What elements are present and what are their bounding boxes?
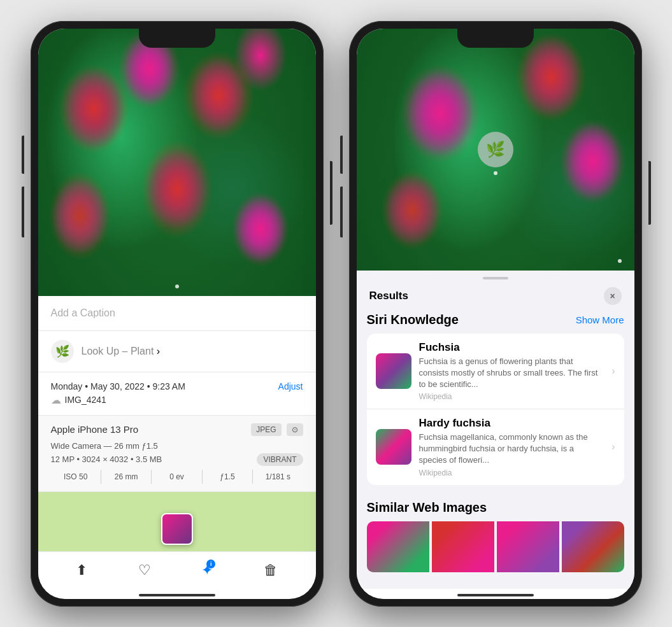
- camera-header: Apple iPhone 13 Pro JPEG ⊙: [51, 423, 303, 436]
- info-icon[interactable]: ✦ i: [201, 562, 213, 579]
- web-images-section: Similar Web Images: [357, 493, 634, 582]
- phone-1: Add a Caption 🌿 Look Up – Plant › Monday…: [31, 21, 324, 607]
- visual-lookup-icon: 🌿: [51, 340, 74, 363]
- volume-button[interactable]: [22, 187, 24, 237]
- share-icon[interactable]: ⬆: [76, 562, 87, 579]
- main-photo-2[interactable]: 🌿: [357, 29, 634, 271]
- siri-item-fuchsia[interactable]: Fuchsia Fuchsia is a genus of flowering …: [367, 334, 624, 410]
- power-button-2[interactable]: [648, 161, 651, 225]
- map-section[interactable]: [38, 492, 316, 551]
- fuchsia-title: Fuchsia: [419, 341, 604, 354]
- fuchsia-chevron: ›: [611, 365, 615, 377]
- cloud-icon: ☁: [51, 394, 61, 406]
- fuchsia-source: Wikipedia: [419, 392, 604, 401]
- main-photo[interactable]: [38, 29, 316, 296]
- location-badge: ⊙: [287, 423, 303, 436]
- exif-aperture: ƒ1.5: [203, 470, 253, 484]
- close-button[interactable]: ×: [604, 287, 622, 305]
- caption-placeholder[interactable]: Add a Caption: [51, 307, 115, 318]
- web-image-3[interactable]: [497, 521, 559, 572]
- notch: [139, 29, 215, 48]
- hardy-fuchsia-source: Wikipedia: [419, 468, 604, 477]
- jpeg-badge: JPEG: [251, 423, 281, 436]
- page-dot: [175, 285, 179, 288]
- web-image-1[interactable]: [367, 521, 429, 572]
- visual-lookup-button[interactable]: 🌿: [478, 132, 513, 167]
- caption-area[interactable]: Add a Caption: [38, 296, 316, 331]
- hardy-fuchsia-title: Hardy fuchsia: [419, 417, 604, 430]
- filename-row: ☁ IMG_4241: [51, 394, 303, 406]
- results-header: Results ×: [357, 279, 634, 313]
- adjust-button[interactable]: Adjust: [278, 381, 303, 391]
- badge-row: JPEG ⊙: [251, 423, 303, 436]
- photo-thumbnail: [161, 513, 193, 545]
- lookup-row[interactable]: 🌿 Look Up – Plant ›: [38, 331, 316, 372]
- hardy-fuchsia-content: Hardy fuchsia Fuchsia magellanica, commo…: [419, 417, 604, 477]
- mp-text: 12 MP • 3024 × 4032 • 3.5 MB: [51, 454, 162, 464]
- siri-item-hardy-fuchsia[interactable]: Hardy fuchsia Fuchsia magellanica, commo…: [367, 409, 624, 485]
- exif-ev: 0 ev: [152, 470, 202, 484]
- camera-section: Apple iPhone 13 Pro JPEG ⊙ Wide Camera —…: [38, 416, 316, 492]
- web-image-4[interactable]: [562, 521, 624, 572]
- vibrant-badge: VIBRANT: [257, 453, 303, 466]
- page-dot-2: [618, 259, 622, 263]
- info-badge: i: [206, 560, 215, 568]
- hardy-fuchsia-description: Fuchsia magellanica, commonly known as t…: [419, 432, 604, 467]
- web-images-row: [367, 521, 624, 572]
- phone-2-screen: 🌿 Results × Siri Knowledge Show More: [357, 29, 634, 599]
- lookup-label: Look Up – Plant ›: [82, 346, 161, 357]
- home-indicator-2: [457, 594, 534, 596]
- siri-section-title: Siri Knowledge: [367, 313, 459, 327]
- fuchsia-thumbnail: [376, 353, 411, 389]
- volume-button-2[interactable]: [340, 187, 343, 237]
- results-title: Results: [369, 290, 408, 302]
- flower-image: [38, 29, 316, 296]
- bottom-toolbar: ⬆ ♡ ✦ i 🗑: [38, 551, 316, 589]
- power-button[interactable]: [330, 161, 332, 225]
- date-text: Monday • May 30, 2022 • 9:23 AM: [51, 381, 185, 391]
- phone-2: 🌿 Results × Siri Knowledge Show More: [349, 21, 642, 607]
- mute-button-2[interactable]: [340, 136, 343, 174]
- fuchsia-content: Fuchsia Fuchsia is a genus of flowering …: [419, 341, 604, 402]
- siri-knowledge-section: Siri Knowledge Show More Fuchsia Fuchsia…: [357, 313, 634, 493]
- lookup-prefix: Look Up –: [82, 346, 128, 356]
- exif-focal: 26 mm: [101, 470, 152, 484]
- hardy-fuchsia-chevron: ›: [611, 441, 615, 453]
- hardy-fuchsia-thumbnail: [376, 429, 411, 465]
- specs-row: 12 MP • 3024 × 4032 • 3.5 MB VIBRANT: [51, 453, 303, 466]
- exif-shutter: 1/181 s: [253, 470, 303, 484]
- siri-header: Siri Knowledge Show More: [367, 313, 624, 327]
- mute-button[interactable]: [22, 136, 24, 174]
- favorite-icon[interactable]: ♡: [138, 562, 151, 579]
- date-row: Monday • May 30, 2022 • 9:23 AM Adjust: [51, 381, 303, 391]
- notch-2: [457, 29, 534, 48]
- camera-detail: Wide Camera — 26 mm ƒ1.5: [51, 441, 303, 451]
- lookup-dot: [494, 171, 497, 175]
- exif-iso: ISO 50: [51, 470, 101, 484]
- phone-1-screen: Add a Caption 🌿 Look Up – Plant › Monday…: [38, 29, 316, 599]
- filename: IMG_4241: [65, 395, 106, 405]
- fuchsia-description: Fuchsia is a genus of flowering plants t…: [419, 356, 604, 391]
- home-indicator: [139, 594, 215, 596]
- camera-name: Apple iPhone 13 Pro: [51, 424, 139, 435]
- exif-row: ISO 50 26 mm 0 ev ƒ1.5 1/181 s: [51, 470, 303, 484]
- delete-icon[interactable]: 🗑: [264, 562, 278, 579]
- lookup-subject: Plant: [131, 346, 154, 356]
- results-sheet: Results × Siri Knowledge Show More: [357, 271, 634, 589]
- siri-card: Fuchsia Fuchsia is a genus of flowering …: [367, 334, 624, 485]
- web-images-title: Similar Web Images: [367, 500, 624, 515]
- web-image-2[interactable]: [432, 521, 494, 572]
- show-more-button[interactable]: Show More: [576, 314, 624, 325]
- metadata-section: Monday • May 30, 2022 • 9:23 AM Adjust ☁…: [38, 372, 316, 416]
